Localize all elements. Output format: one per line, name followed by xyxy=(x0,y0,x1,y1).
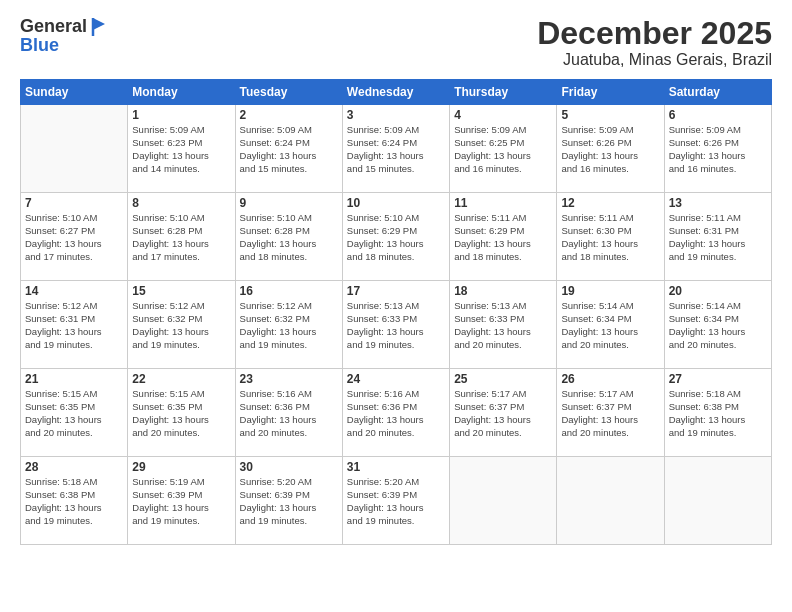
cell-date-number: 29 xyxy=(132,460,230,474)
calendar-cell: 9Sunrise: 5:10 AMSunset: 6:28 PMDaylight… xyxy=(235,193,342,281)
cell-date-number: 25 xyxy=(454,372,552,386)
calendar-table: SundayMondayTuesdayWednesdayThursdayFrid… xyxy=(20,79,772,545)
cell-info-text: Sunrise: 5:09 AMSunset: 6:24 PMDaylight:… xyxy=(347,124,445,175)
cell-info-text: Sunrise: 5:20 AMSunset: 6:39 PMDaylight:… xyxy=(240,476,338,527)
cell-info-text: Sunrise: 5:18 AMSunset: 6:38 PMDaylight:… xyxy=(25,476,123,527)
calendar-cell: 24Sunrise: 5:16 AMSunset: 6:36 PMDayligh… xyxy=(342,369,449,457)
calendar-cell: 18Sunrise: 5:13 AMSunset: 6:33 PMDayligh… xyxy=(450,281,557,369)
cell-date-number: 20 xyxy=(669,284,767,298)
calendar-cell: 2Sunrise: 5:09 AMSunset: 6:24 PMDaylight… xyxy=(235,105,342,193)
week-row-5: 28Sunrise: 5:18 AMSunset: 6:38 PMDayligh… xyxy=(21,457,772,545)
svg-marker-0 xyxy=(93,18,105,30)
cell-info-text: Sunrise: 5:09 AMSunset: 6:26 PMDaylight:… xyxy=(561,124,659,175)
cell-date-number: 4 xyxy=(454,108,552,122)
cell-info-text: Sunrise: 5:11 AMSunset: 6:31 PMDaylight:… xyxy=(669,212,767,263)
page: General Blue December 2025 Juatuba, Mina… xyxy=(0,0,792,612)
weekday-header-thursday: Thursday xyxy=(450,80,557,105)
cell-info-text: Sunrise: 5:14 AMSunset: 6:34 PMDaylight:… xyxy=(669,300,767,351)
calendar-cell: 4Sunrise: 5:09 AMSunset: 6:25 PMDaylight… xyxy=(450,105,557,193)
cell-info-text: Sunrise: 5:11 AMSunset: 6:30 PMDaylight:… xyxy=(561,212,659,263)
calendar-cell: 14Sunrise: 5:12 AMSunset: 6:31 PMDayligh… xyxy=(21,281,128,369)
calendar-cell: 15Sunrise: 5:12 AMSunset: 6:32 PMDayligh… xyxy=(128,281,235,369)
week-row-4: 21Sunrise: 5:15 AMSunset: 6:35 PMDayligh… xyxy=(21,369,772,457)
header: General Blue December 2025 Juatuba, Mina… xyxy=(20,16,772,69)
cell-date-number: 8 xyxy=(132,196,230,210)
cell-date-number: 16 xyxy=(240,284,338,298)
calendar-cell: 22Sunrise: 5:15 AMSunset: 6:35 PMDayligh… xyxy=(128,369,235,457)
cell-info-text: Sunrise: 5:09 AMSunset: 6:23 PMDaylight:… xyxy=(132,124,230,175)
cell-info-text: Sunrise: 5:18 AMSunset: 6:38 PMDaylight:… xyxy=(669,388,767,439)
calendar-cell: 25Sunrise: 5:17 AMSunset: 6:37 PMDayligh… xyxy=(450,369,557,457)
logo-flag-icon xyxy=(91,18,105,36)
cell-date-number: 13 xyxy=(669,196,767,210)
cell-info-text: Sunrise: 5:09 AMSunset: 6:24 PMDaylight:… xyxy=(240,124,338,175)
cell-date-number: 31 xyxy=(347,460,445,474)
calendar-cell: 27Sunrise: 5:18 AMSunset: 6:38 PMDayligh… xyxy=(664,369,771,457)
calendar-cell: 16Sunrise: 5:12 AMSunset: 6:32 PMDayligh… xyxy=(235,281,342,369)
calendar-cell: 29Sunrise: 5:19 AMSunset: 6:39 PMDayligh… xyxy=(128,457,235,545)
cell-date-number: 28 xyxy=(25,460,123,474)
week-row-2: 7Sunrise: 5:10 AMSunset: 6:27 PMDaylight… xyxy=(21,193,772,281)
location-title: Juatuba, Minas Gerais, Brazil xyxy=(537,51,772,69)
calendar-cell xyxy=(557,457,664,545)
weekday-header-row: SundayMondayTuesdayWednesdayThursdayFrid… xyxy=(21,80,772,105)
week-row-1: 1Sunrise: 5:09 AMSunset: 6:23 PMDaylight… xyxy=(21,105,772,193)
cell-date-number: 3 xyxy=(347,108,445,122)
calendar-cell: 7Sunrise: 5:10 AMSunset: 6:27 PMDaylight… xyxy=(21,193,128,281)
weekday-header-monday: Monday xyxy=(128,80,235,105)
cell-info-text: Sunrise: 5:16 AMSunset: 6:36 PMDaylight:… xyxy=(347,388,445,439)
cell-date-number: 19 xyxy=(561,284,659,298)
calendar-cell: 11Sunrise: 5:11 AMSunset: 6:29 PMDayligh… xyxy=(450,193,557,281)
calendar-cell: 6Sunrise: 5:09 AMSunset: 6:26 PMDaylight… xyxy=(664,105,771,193)
cell-date-number: 7 xyxy=(25,196,123,210)
calendar-cell: 17Sunrise: 5:13 AMSunset: 6:33 PMDayligh… xyxy=(342,281,449,369)
cell-date-number: 21 xyxy=(25,372,123,386)
cell-date-number: 12 xyxy=(561,196,659,210)
cell-date-number: 1 xyxy=(132,108,230,122)
calendar-cell xyxy=(664,457,771,545)
cell-info-text: Sunrise: 5:10 AMSunset: 6:27 PMDaylight:… xyxy=(25,212,123,263)
cell-date-number: 23 xyxy=(240,372,338,386)
cell-info-text: Sunrise: 5:10 AMSunset: 6:28 PMDaylight:… xyxy=(132,212,230,263)
cell-date-number: 9 xyxy=(240,196,338,210)
cell-date-number: 15 xyxy=(132,284,230,298)
cell-date-number: 6 xyxy=(669,108,767,122)
calendar-cell xyxy=(450,457,557,545)
calendar-cell: 31Sunrise: 5:20 AMSunset: 6:39 PMDayligh… xyxy=(342,457,449,545)
calendar-cell: 20Sunrise: 5:14 AMSunset: 6:34 PMDayligh… xyxy=(664,281,771,369)
month-title: December 2025 xyxy=(537,16,772,51)
cell-info-text: Sunrise: 5:10 AMSunset: 6:28 PMDaylight:… xyxy=(240,212,338,263)
cell-info-text: Sunrise: 5:14 AMSunset: 6:34 PMDaylight:… xyxy=(561,300,659,351)
weekday-header-wednesday: Wednesday xyxy=(342,80,449,105)
calendar-cell: 13Sunrise: 5:11 AMSunset: 6:31 PMDayligh… xyxy=(664,193,771,281)
cell-date-number: 24 xyxy=(347,372,445,386)
calendar-cell: 1Sunrise: 5:09 AMSunset: 6:23 PMDaylight… xyxy=(128,105,235,193)
week-row-3: 14Sunrise: 5:12 AMSunset: 6:31 PMDayligh… xyxy=(21,281,772,369)
cell-date-number: 26 xyxy=(561,372,659,386)
calendar-cell: 5Sunrise: 5:09 AMSunset: 6:26 PMDaylight… xyxy=(557,105,664,193)
cell-date-number: 27 xyxy=(669,372,767,386)
cell-date-number: 11 xyxy=(454,196,552,210)
cell-info-text: Sunrise: 5:12 AMSunset: 6:31 PMDaylight:… xyxy=(25,300,123,351)
calendar-cell xyxy=(21,105,128,193)
calendar-cell: 8Sunrise: 5:10 AMSunset: 6:28 PMDaylight… xyxy=(128,193,235,281)
cell-info-text: Sunrise: 5:15 AMSunset: 6:35 PMDaylight:… xyxy=(132,388,230,439)
cell-date-number: 22 xyxy=(132,372,230,386)
title-area: December 2025 Juatuba, Minas Gerais, Bra… xyxy=(537,16,772,69)
cell-date-number: 17 xyxy=(347,284,445,298)
cell-date-number: 10 xyxy=(347,196,445,210)
cell-info-text: Sunrise: 5:13 AMSunset: 6:33 PMDaylight:… xyxy=(347,300,445,351)
cell-info-text: Sunrise: 5:10 AMSunset: 6:29 PMDaylight:… xyxy=(347,212,445,263)
calendar-cell: 12Sunrise: 5:11 AMSunset: 6:30 PMDayligh… xyxy=(557,193,664,281)
calendar-cell: 3Sunrise: 5:09 AMSunset: 6:24 PMDaylight… xyxy=(342,105,449,193)
cell-info-text: Sunrise: 5:17 AMSunset: 6:37 PMDaylight:… xyxy=(454,388,552,439)
cell-date-number: 30 xyxy=(240,460,338,474)
weekday-header-tuesday: Tuesday xyxy=(235,80,342,105)
cell-info-text: Sunrise: 5:09 AMSunset: 6:25 PMDaylight:… xyxy=(454,124,552,175)
logo-blue-text: Blue xyxy=(20,35,105,56)
weekday-header-sunday: Sunday xyxy=(21,80,128,105)
cell-info-text: Sunrise: 5:17 AMSunset: 6:37 PMDaylight:… xyxy=(561,388,659,439)
weekday-header-saturday: Saturday xyxy=(664,80,771,105)
cell-info-text: Sunrise: 5:12 AMSunset: 6:32 PMDaylight:… xyxy=(132,300,230,351)
cell-info-text: Sunrise: 5:12 AMSunset: 6:32 PMDaylight:… xyxy=(240,300,338,351)
